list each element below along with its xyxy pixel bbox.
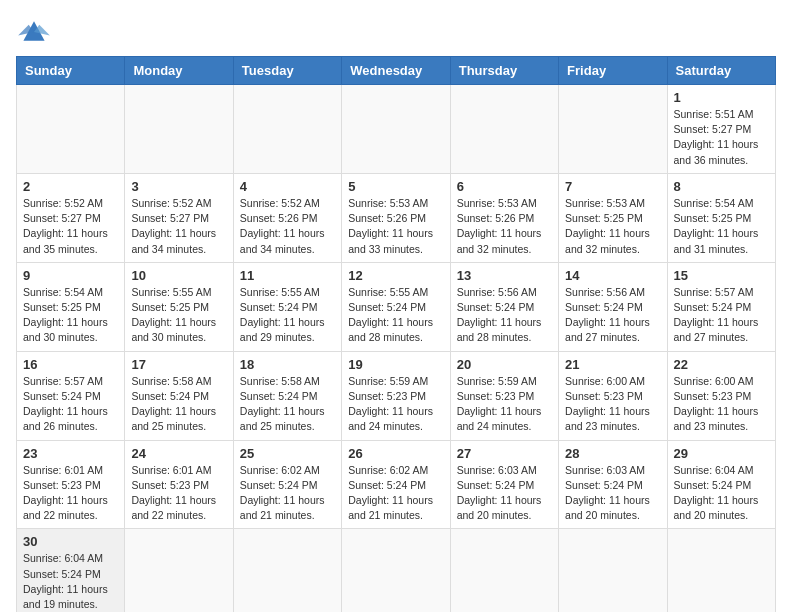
calendar-day-5: 5Sunrise: 5:53 AM Sunset: 5:26 PM Daylig…	[342, 173, 450, 262]
day-info: Sunrise: 5:57 AM Sunset: 5:24 PM Dayligh…	[674, 285, 769, 346]
day-info: Sunrise: 6:00 AM Sunset: 5:23 PM Dayligh…	[565, 374, 660, 435]
page-header	[16, 16, 776, 46]
calendar-day-12: 12Sunrise: 5:55 AM Sunset: 5:24 PM Dayli…	[342, 262, 450, 351]
logo-icon	[16, 16, 52, 46]
day-number: 1	[674, 90, 769, 105]
day-number: 14	[565, 268, 660, 283]
calendar-empty	[342, 85, 450, 174]
day-number: 6	[457, 179, 552, 194]
day-number: 30	[23, 534, 118, 549]
day-info: Sunrise: 5:53 AM Sunset: 5:26 PM Dayligh…	[457, 196, 552, 257]
day-info: Sunrise: 6:04 AM Sunset: 5:24 PM Dayligh…	[674, 463, 769, 524]
day-info: Sunrise: 5:59 AM Sunset: 5:23 PM Dayligh…	[348, 374, 443, 435]
calendar-empty	[559, 85, 667, 174]
calendar-day-1: 1Sunrise: 5:51 AM Sunset: 5:27 PM Daylig…	[667, 85, 775, 174]
day-info: Sunrise: 6:02 AM Sunset: 5:24 PM Dayligh…	[240, 463, 335, 524]
day-info: Sunrise: 6:02 AM Sunset: 5:24 PM Dayligh…	[348, 463, 443, 524]
calendar-week-5: 23Sunrise: 6:01 AM Sunset: 5:23 PM Dayli…	[17, 440, 776, 529]
day-number: 17	[131, 357, 226, 372]
calendar-day-23: 23Sunrise: 6:01 AM Sunset: 5:23 PM Dayli…	[17, 440, 125, 529]
day-info: Sunrise: 5:53 AM Sunset: 5:25 PM Dayligh…	[565, 196, 660, 257]
calendar-day-9: 9Sunrise: 5:54 AM Sunset: 5:25 PM Daylig…	[17, 262, 125, 351]
calendar-day-21: 21Sunrise: 6:00 AM Sunset: 5:23 PM Dayli…	[559, 351, 667, 440]
day-number: 4	[240, 179, 335, 194]
calendar-day-8: 8Sunrise: 5:54 AM Sunset: 5:25 PM Daylig…	[667, 173, 775, 262]
day-number: 11	[240, 268, 335, 283]
day-number: 21	[565, 357, 660, 372]
day-number: 18	[240, 357, 335, 372]
day-info: Sunrise: 5:57 AM Sunset: 5:24 PM Dayligh…	[23, 374, 118, 435]
logo	[16, 16, 56, 46]
day-info: Sunrise: 6:00 AM Sunset: 5:23 PM Dayligh…	[674, 374, 769, 435]
calendar-day-29: 29Sunrise: 6:04 AM Sunset: 5:24 PM Dayli…	[667, 440, 775, 529]
calendar-empty	[342, 529, 450, 612]
calendar-empty	[233, 85, 341, 174]
day-info: Sunrise: 6:03 AM Sunset: 5:24 PM Dayligh…	[565, 463, 660, 524]
weekday-header-tuesday: Tuesday	[233, 57, 341, 85]
calendar-day-2: 2Sunrise: 5:52 AM Sunset: 5:27 PM Daylig…	[17, 173, 125, 262]
day-number: 7	[565, 179, 660, 194]
day-number: 2	[23, 179, 118, 194]
day-info: Sunrise: 5:52 AM Sunset: 5:27 PM Dayligh…	[131, 196, 226, 257]
day-info: Sunrise: 5:53 AM Sunset: 5:26 PM Dayligh…	[348, 196, 443, 257]
day-info: Sunrise: 5:55 AM Sunset: 5:24 PM Dayligh…	[240, 285, 335, 346]
day-info: Sunrise: 5:56 AM Sunset: 5:24 PM Dayligh…	[457, 285, 552, 346]
calendar-day-6: 6Sunrise: 5:53 AM Sunset: 5:26 PM Daylig…	[450, 173, 558, 262]
calendar-week-2: 2Sunrise: 5:52 AM Sunset: 5:27 PM Daylig…	[17, 173, 776, 262]
calendar-empty	[17, 85, 125, 174]
day-info: Sunrise: 6:01 AM Sunset: 5:23 PM Dayligh…	[23, 463, 118, 524]
day-info: Sunrise: 5:58 AM Sunset: 5:24 PM Dayligh…	[240, 374, 335, 435]
calendar-day-17: 17Sunrise: 5:58 AM Sunset: 5:24 PM Dayli…	[125, 351, 233, 440]
day-number: 19	[348, 357, 443, 372]
day-number: 26	[348, 446, 443, 461]
calendar-day-7: 7Sunrise: 5:53 AM Sunset: 5:25 PM Daylig…	[559, 173, 667, 262]
calendar-empty	[667, 529, 775, 612]
calendar-empty	[125, 85, 233, 174]
weekday-header-thursday: Thursday	[450, 57, 558, 85]
calendar-day-18: 18Sunrise: 5:58 AM Sunset: 5:24 PM Dayli…	[233, 351, 341, 440]
day-number: 3	[131, 179, 226, 194]
day-info: Sunrise: 5:56 AM Sunset: 5:24 PM Dayligh…	[565, 285, 660, 346]
day-info: Sunrise: 6:04 AM Sunset: 5:24 PM Dayligh…	[23, 551, 118, 612]
day-number: 25	[240, 446, 335, 461]
calendar-week-6: 30Sunrise: 6:04 AM Sunset: 5:24 PM Dayli…	[17, 529, 776, 612]
day-info: Sunrise: 6:03 AM Sunset: 5:24 PM Dayligh…	[457, 463, 552, 524]
day-number: 22	[674, 357, 769, 372]
day-info: Sunrise: 5:52 AM Sunset: 5:26 PM Dayligh…	[240, 196, 335, 257]
weekday-header-saturday: Saturday	[667, 57, 775, 85]
calendar-empty	[450, 85, 558, 174]
calendar-day-10: 10Sunrise: 5:55 AM Sunset: 5:25 PM Dayli…	[125, 262, 233, 351]
calendar-day-30: 30Sunrise: 6:04 AM Sunset: 5:24 PM Dayli…	[17, 529, 125, 612]
calendar-day-16: 16Sunrise: 5:57 AM Sunset: 5:24 PM Dayli…	[17, 351, 125, 440]
calendar-day-20: 20Sunrise: 5:59 AM Sunset: 5:23 PM Dayli…	[450, 351, 558, 440]
calendar-day-27: 27Sunrise: 6:03 AM Sunset: 5:24 PM Dayli…	[450, 440, 558, 529]
weekday-row: SundayMondayTuesdayWednesdayThursdayFrid…	[17, 57, 776, 85]
day-info: Sunrise: 5:55 AM Sunset: 5:24 PM Dayligh…	[348, 285, 443, 346]
day-info: Sunrise: 5:54 AM Sunset: 5:25 PM Dayligh…	[23, 285, 118, 346]
day-number: 28	[565, 446, 660, 461]
day-info: Sunrise: 6:01 AM Sunset: 5:23 PM Dayligh…	[131, 463, 226, 524]
calendar-week-3: 9Sunrise: 5:54 AM Sunset: 5:25 PM Daylig…	[17, 262, 776, 351]
calendar-day-14: 14Sunrise: 5:56 AM Sunset: 5:24 PM Dayli…	[559, 262, 667, 351]
day-number: 27	[457, 446, 552, 461]
calendar-empty	[233, 529, 341, 612]
calendar-body: 1Sunrise: 5:51 AM Sunset: 5:27 PM Daylig…	[17, 85, 776, 613]
calendar-header: SundayMondayTuesdayWednesdayThursdayFrid…	[17, 57, 776, 85]
weekday-header-sunday: Sunday	[17, 57, 125, 85]
calendar-day-15: 15Sunrise: 5:57 AM Sunset: 5:24 PM Dayli…	[667, 262, 775, 351]
calendar-empty	[125, 529, 233, 612]
calendar-day-25: 25Sunrise: 6:02 AM Sunset: 5:24 PM Dayli…	[233, 440, 341, 529]
day-number: 24	[131, 446, 226, 461]
day-info: Sunrise: 5:55 AM Sunset: 5:25 PM Dayligh…	[131, 285, 226, 346]
calendar-day-13: 13Sunrise: 5:56 AM Sunset: 5:24 PM Dayli…	[450, 262, 558, 351]
day-info: Sunrise: 5:51 AM Sunset: 5:27 PM Dayligh…	[674, 107, 769, 168]
calendar-week-1: 1Sunrise: 5:51 AM Sunset: 5:27 PM Daylig…	[17, 85, 776, 174]
day-number: 23	[23, 446, 118, 461]
day-info: Sunrise: 5:58 AM Sunset: 5:24 PM Dayligh…	[131, 374, 226, 435]
calendar-day-28: 28Sunrise: 6:03 AM Sunset: 5:24 PM Dayli…	[559, 440, 667, 529]
calendar-empty	[450, 529, 558, 612]
calendar-day-22: 22Sunrise: 6:00 AM Sunset: 5:23 PM Dayli…	[667, 351, 775, 440]
calendar-day-11: 11Sunrise: 5:55 AM Sunset: 5:24 PM Dayli…	[233, 262, 341, 351]
day-number: 20	[457, 357, 552, 372]
day-number: 10	[131, 268, 226, 283]
